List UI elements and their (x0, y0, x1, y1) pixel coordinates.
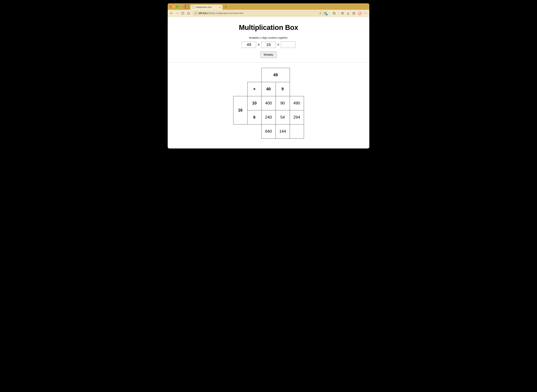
browser-tab[interactable]: Multiplication Box × (191, 5, 222, 10)
equals-symbol: = (278, 43, 279, 47)
grid-col-ones-sum: 144 (276, 124, 290, 139)
window-controls (169, 5, 178, 8)
downloads-icon[interactable] (346, 12, 350, 15)
tab-title: Multiplication Box (196, 6, 212, 8)
forward-button[interactable] (175, 12, 179, 15)
titlebar: Multiplication Box × + (168, 3, 369, 10)
window-minimize-button[interactable] (173, 5, 175, 8)
grid-row-ones-sum: 294 (290, 110, 304, 124)
multiply-button[interactable]: Multiply (260, 51, 277, 58)
grid-product-ones-tens: 240 (261, 110, 276, 124)
multiplication-grid: 49 × 40 9 16 10 400 90 490 6 240 54 294 … (168, 68, 369, 138)
url-path: /js-multiplication-box/index.html (213, 12, 244, 14)
page-content: Multiplication Box Multiplies 2-digit nu… (168, 17, 369, 149)
file-icon (192, 6, 195, 8)
url-host: 127.0.0.1 (198, 12, 207, 14)
multiplier-input[interactable] (261, 42, 276, 48)
grid-product-tens-ones: 90 (276, 96, 290, 110)
url-text: 127.0.0.1:5500/js-multiplication-box/ind… (198, 12, 243, 14)
favorite-star-icon[interactable] (324, 12, 327, 15)
window-close-button[interactable] (169, 5, 171, 8)
extensions-icon[interactable] (333, 12, 336, 15)
browser-toolbar: i 127.0.0.1:5500/js-multiplication-box/i… (168, 10, 369, 17)
grid-product-tens-tens: 400 (261, 96, 276, 110)
grid-col-tens: 40 (261, 82, 276, 96)
site-info-icon[interactable]: i (194, 12, 197, 15)
read-aloud-icon[interactable]: A›› (320, 12, 322, 14)
input-row: × = (242, 42, 295, 48)
new-tab-button[interactable]: + (225, 5, 227, 9)
result-input[interactable] (281, 42, 295, 48)
url-port: :5500 (207, 12, 213, 14)
grid-top-number: 49 (261, 68, 290, 82)
grid-mult-symbol: × (247, 82, 262, 96)
profile-avatar[interactable] (358, 11, 362, 15)
grid-row-tens-sum: 490 (290, 96, 304, 110)
close-tab-button[interactable]: × (219, 6, 221, 8)
back-button[interactable] (170, 12, 173, 15)
toolbar-right: ··· (333, 11, 367, 15)
refresh-button[interactable] (181, 12, 184, 15)
more-menu-button[interactable]: ··· (364, 12, 367, 15)
grid-col-ones: 9 (276, 82, 290, 96)
collections-icon[interactable] (352, 12, 356, 15)
grid-product-ones-ones: 54 (276, 110, 290, 124)
tab-overview-icon[interactable] (184, 5, 188, 8)
window-zoom-button[interactable] (176, 5, 178, 8)
address-bar[interactable]: i 127.0.0.1:5500/js-multiplication-box/i… (193, 11, 329, 16)
page-subtitle: Multiplies 2-digit numbers together. (168, 36, 369, 39)
favorites-icon[interactable] (341, 12, 344, 15)
grid-row-ones: 6 (247, 110, 262, 124)
page-title: Multiplication Box (168, 23, 369, 32)
grid-grand-total (290, 124, 304, 139)
grid-col-tens-sum: 640 (261, 124, 276, 139)
grid-row-tens: 10 (247, 96, 262, 110)
browser-window: Multiplication Box × + i 127.0.0.1:5500/… (168, 3, 369, 149)
times-symbol: × (258, 43, 259, 47)
grid-left-number: 16 (233, 96, 248, 124)
home-button[interactable] (187, 12, 190, 15)
multiplicand-input[interactable] (242, 42, 256, 48)
